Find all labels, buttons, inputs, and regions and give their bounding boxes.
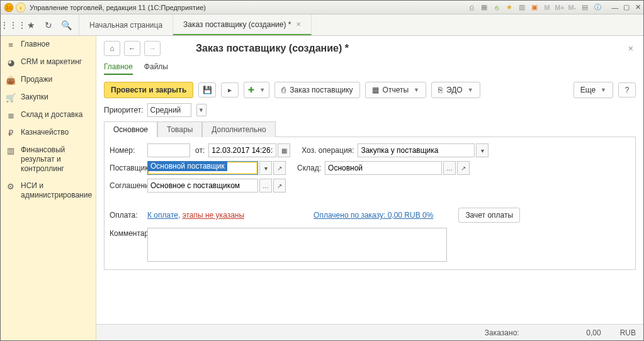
window-title: Управление торговлей, редакция 11 (1С:Пр… (28, 4, 467, 11)
create-based-button[interactable]: ✚▼ (244, 82, 269, 98)
date-input[interactable] (208, 143, 276, 157)
sidebar-item-main[interactable]: ≡Главное (1, 36, 96, 53)
sidebar-item-label: CRM и маркетинг (21, 57, 82, 67)
warehouse-open-icon[interactable]: ↗ (457, 161, 470, 175)
inner-tab-extra[interactable]: Дополнительно (202, 121, 275, 137)
minimize-icon[interactable]: — (609, 3, 621, 13)
agreement-ellipsis-icon[interactable]: … (259, 179, 272, 193)
square-icon[interactable]: ▣ (530, 3, 539, 12)
m-minus-icon[interactable]: M- (568, 3, 577, 12)
home-button[interactable]: ⌂ (104, 41, 120, 56)
sidebar-item-label: Казначейство (21, 128, 69, 137)
post-button[interactable]: ▸ (221, 82, 239, 98)
history-icon[interactable]: ↻ (41, 18, 56, 33)
titlebar-toolbar: ⎙ ▦ ⎋ ★ ▥ ▣ M M+ M- ▤ ⓘ (467, 3, 606, 12)
printer-icon: ⎙ (281, 86, 286, 94)
comment-label: Комментарий: (110, 228, 147, 238)
edo-button[interactable]: ⎘ЭДО▼ (431, 82, 480, 98)
priority-label: Приоритет: (104, 106, 144, 115)
supplier-dropdown-icon[interactable]: ▾ (259, 161, 272, 175)
order-supplier-button[interactable]: ⎙Заказ поставщику (274, 82, 359, 98)
operation-select[interactable] (358, 143, 475, 157)
back-round-icon[interactable]: ‹ (16, 3, 26, 13)
agreement-open-icon[interactable]: ↗ (273, 179, 286, 193)
report-icon: ▦ (372, 86, 379, 94)
priority-dropdown-icon[interactable]: ▼ (196, 104, 206, 116)
inner-tabs: Основное Товары Дополнительно (104, 121, 636, 137)
doc-plus-icon: ✚ (248, 86, 254, 94)
bag-icon: 👜 (6, 75, 16, 85)
number-label: Номер: (110, 146, 147, 155)
sidebar-item-label: Продажи (21, 75, 52, 84)
payment-stages-link[interactable]: этапы не указаны (183, 211, 244, 220)
sidebar-item-label: Финансовый результат и контроллинг (21, 145, 89, 174)
maximize-icon[interactable]: ▢ (621, 3, 632, 13)
sidebar-item-label: Склад и доставка (21, 110, 82, 120)
inner-tab-goods[interactable]: Товары (157, 121, 202, 137)
sidebar-item-crm[interactable]: ◕CRM и маркетинг (1, 53, 96, 71)
calendar-icon[interactable]: ▦ (278, 143, 290, 157)
more-button[interactable]: Еще▼ (573, 82, 613, 98)
sidebar-item-admin[interactable]: ⚙НСИ и администрирование (1, 177, 96, 204)
warehouse-label: Склад: (297, 164, 321, 172)
post-and-close-button[interactable]: Провести и закрыть (104, 82, 193, 98)
paid-by-order-link[interactable]: Оплачено по заказу: 0,00 RUB 0% (314, 211, 433, 220)
agreement-input[interactable] (147, 179, 258, 193)
nav-back-button[interactable]: ← (124, 41, 140, 56)
reports-button[interactable]: ▦Отчеты▼ (365, 82, 426, 98)
sidebar-item-finance[interactable]: ▥Финансовый результат и контроллинг (1, 142, 96, 177)
payment-topay-link[interactable]: К оплате (147, 211, 178, 220)
favorite-icon[interactable]: ★ (23, 18, 38, 33)
ordered-label: Заказано: (485, 328, 519, 337)
nav-fwd-button[interactable]: → (144, 41, 161, 56)
warehouse-input[interactable] (325, 161, 442, 175)
inner-tab-main[interactable]: Основное (104, 121, 157, 137)
logo-1c-icon: 1c (4, 3, 13, 12)
warehouse-ellipsis-icon[interactable]: … (443, 161, 456, 175)
sidebar-item-label: Закупки (21, 92, 48, 102)
close-window-icon[interactable]: ✕ (632, 3, 643, 13)
sidebar-item-warehouse[interactable]: ≣Склад и доставка (1, 106, 96, 124)
apps-icon[interactable]: ⋮⋮⋮ (6, 18, 21, 33)
payment-label: Оплата: (110, 211, 147, 220)
status-footer: Заказано: 0,00 RUB (96, 324, 643, 340)
comment-textarea[interactable] (147, 228, 447, 262)
priority-select[interactable]: Средний (147, 103, 191, 117)
edo-icon: ⎘ (438, 86, 443, 94)
help-button[interactable]: ? (618, 82, 636, 98)
m-plus-icon[interactable]: M+ (555, 3, 564, 12)
ordered-value: 0,00 (538, 328, 601, 337)
offset-payment-button[interactable]: Зачет оплаты (458, 208, 520, 223)
grid-icon[interactable]: ▦ (480, 3, 489, 12)
gear-icon: ⚙ (6, 181, 16, 191)
save-button[interactable]: 💾 (198, 82, 216, 98)
document-close-icon[interactable]: × (626, 43, 636, 53)
supplier-input[interactable]: Основной поставщик (147, 161, 258, 175)
info-icon[interactable]: ⓘ (593, 3, 602, 12)
sidebar-item-label: Главное (21, 40, 50, 49)
sidebar-item-treasury[interactable]: ₽Казначейство (1, 124, 96, 142)
search-icon[interactable]: 🔍 (59, 18, 74, 33)
doc-subtabs: Главное Файлы (104, 60, 636, 78)
m-icon[interactable]: M (543, 3, 551, 12)
star-icon[interactable]: ★ (505, 3, 514, 12)
subtab-files[interactable]: Файлы (144, 62, 168, 75)
tab-order-supplier[interactable]: Заказ поставщику (создание) * ✕ (173, 14, 312, 35)
from-label: от: (195, 146, 205, 155)
supplier-open-icon[interactable]: ↗ (273, 161, 286, 175)
tabbar-icons: ⋮⋮⋮ ★ ↻ 🔍 (1, 14, 79, 35)
home-icon: ≡ (6, 40, 16, 50)
priority-row: Приоритет: Средний ▼ (96, 102, 643, 121)
print-icon[interactable]: ⎙ (467, 3, 476, 12)
cart-icon: 🛒 (6, 92, 16, 103)
link-icon[interactable]: ⎋ (492, 3, 501, 12)
operation-dropdown-icon[interactable]: ▾ (476, 143, 489, 157)
number-input[interactable] (147, 143, 190, 157)
subtab-main[interactable]: Главное (104, 62, 133, 75)
tools-icon[interactable]: ▤ (580, 3, 589, 12)
tab-close-icon[interactable]: ✕ (296, 21, 301, 28)
calc-icon[interactable]: ▥ (517, 3, 526, 12)
sidebar-item-sales[interactable]: 👜Продажи (1, 71, 96, 89)
sidebar-item-purchases[interactable]: 🛒Закупки (1, 89, 96, 106)
tab-start-page[interactable]: Начальная страница (79, 14, 173, 35)
